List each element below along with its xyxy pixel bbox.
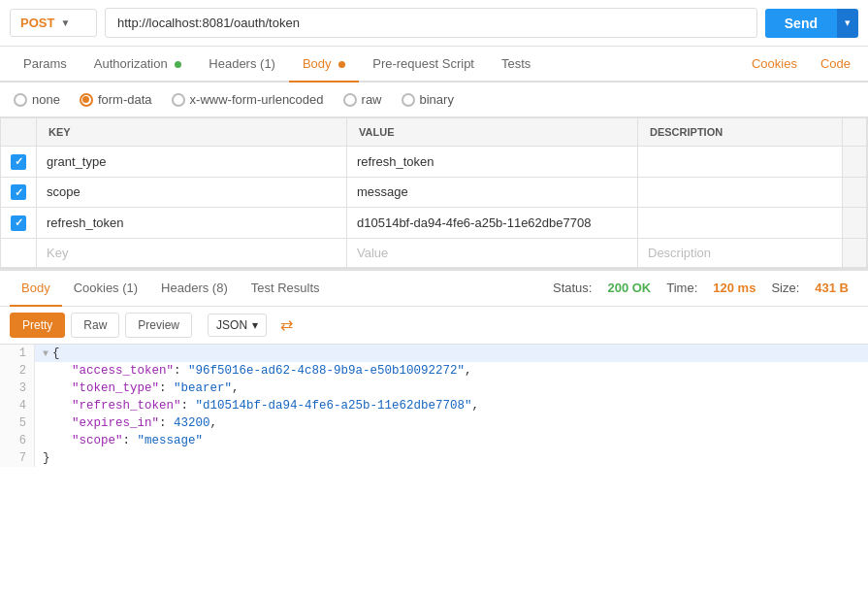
row4-key: Key — [37, 238, 347, 267]
line-num-3: 3 — [0, 380, 35, 397]
send-chevron-button[interactable]: ▾ — [837, 9, 858, 38]
tab-pre-request[interactable]: Pre-request Script — [359, 47, 488, 81]
code-line-1: 1 ▼{ — [0, 345, 868, 362]
row2-value: message — [347, 177, 638, 208]
row3-desc — [638, 208, 843, 239]
format-preview-button[interactable]: Preview — [125, 313, 192, 338]
row4-value: Value — [347, 238, 638, 267]
radio-none-circle — [14, 93, 27, 107]
tabs-right: Cookies Code — [744, 47, 858, 81]
row3-checkbox-cell[interactable] — [1, 208, 37, 239]
line-content-6: "scope": "message" — [35, 432, 868, 449]
radio-urlencoded[interactable]: x-www-form-urlencoded — [172, 92, 324, 107]
top-bar: POST ▼ Send ▾ — [0, 0, 868, 47]
radio-binary[interactable]: binary — [402, 92, 454, 107]
row2-checkbox[interactable] — [11, 184, 26, 200]
url-input[interactable] — [105, 8, 757, 38]
tab-cookies-link[interactable]: Cookies — [744, 47, 805, 81]
status-label: Status: — [553, 281, 592, 295]
th-description: DESCRIPTION — [638, 118, 843, 147]
radio-raw-circle — [343, 93, 357, 107]
resp-tab-headers[interactable]: Headers (8) — [149, 271, 240, 305]
params-table-wrapper: KEY VALUE DESCRIPTION grant_type refresh… — [0, 117, 868, 269]
row2-checkbox-cell[interactable] — [1, 177, 37, 208]
row3-value: d10514bf-da94-4fe6-a25b-11e62dbe7708 — [347, 208, 638, 239]
tab-body[interactable]: Body — [289, 47, 359, 83]
wrap-icon[interactable]: ⇄ — [280, 315, 293, 334]
radio-none[interactable]: none — [14, 92, 60, 107]
format-json-label: JSON — [216, 318, 247, 332]
tab-params[interactable]: Params — [10, 47, 80, 81]
row2-dot — [843, 177, 867, 208]
radio-binary-circle — [402, 93, 415, 107]
radio-urlencoded-circle — [172, 93, 185, 107]
row3-checkbox[interactable] — [11, 215, 26, 231]
method-label: POST — [20, 16, 54, 30]
time-label: Time: — [666, 281, 697, 295]
format-type-select[interactable]: JSON ▾ — [208, 314, 267, 337]
line-num-5: 5 — [0, 414, 35, 432]
status-value: 200 OK — [607, 281, 651, 295]
line-num-2: 2 — [0, 362, 35, 380]
code-line-4: 4 "refresh_token": "d10514bf-da94-4fe6-a… — [0, 397, 868, 414]
method-chevron: ▼ — [60, 17, 70, 28]
table-row-empty: Key Value Description — [1, 238, 867, 267]
format-raw-button[interactable]: Raw — [71, 313, 119, 338]
radio-raw[interactable]: raw — [343, 92, 382, 107]
tab-tests[interactable]: Tests — [488, 47, 544, 81]
row4-dot — [843, 238, 867, 267]
line-num-1: 1 — [0, 345, 35, 362]
row1-checkbox[interactable] — [11, 154, 26, 170]
send-button-group: Send ▾ — [765, 9, 858, 38]
format-chevron: ▾ — [252, 318, 258, 332]
row4-checkbox-cell — [1, 238, 37, 267]
authorization-dot — [175, 61, 181, 68]
body-dot — [338, 61, 345, 68]
method-select[interactable]: POST ▼ — [10, 9, 97, 37]
resp-tab-body[interactable]: Body — [10, 271, 62, 307]
code-line-7: 7 } — [0, 449, 868, 467]
th-key: KEY — [37, 118, 347, 147]
tab-code-link[interactable]: Code — [813, 47, 858, 81]
th-dot — [843, 118, 867, 147]
table-row: grant_type refresh_token — [1, 147, 867, 178]
format-pretty-button[interactable]: Pretty — [10, 313, 65, 338]
line-num-7: 7 — [0, 449, 35, 467]
line-content-5: "expires_in": 43200, — [35, 414, 868, 432]
tab-authorization[interactable]: Authorization — [80, 47, 196, 81]
code-line-5: 5 "expires_in": 43200, — [0, 414, 868, 432]
row2-key: scope — [37, 177, 347, 208]
code-line-3: 3 "token_type": "bearer", — [0, 380, 868, 397]
row1-dot — [843, 147, 867, 178]
line-content-1: ▼{ — [35, 345, 868, 362]
code-line-6: 6 "scope": "message" — [0, 432, 868, 449]
resp-tab-test-results[interactable]: Test Results — [240, 271, 332, 305]
response-bar: Body Cookies (1) Headers (8) Test Result… — [0, 269, 868, 307]
time-value: 120 ms — [713, 281, 755, 295]
table-row: scope message — [1, 177, 867, 208]
resp-tab-cookies[interactable]: Cookies (1) — [62, 271, 149, 305]
collapse-triangle[interactable]: ▼ — [43, 348, 48, 359]
row1-key: grant_type — [37, 147, 347, 178]
size-value: 431 B — [815, 281, 849, 295]
radio-form-data[interactable]: form-data — [80, 92, 152, 107]
tabs-bar: Params Authorization Headers (1) Body Pr… — [0, 47, 868, 83]
row1-desc — [638, 147, 843, 178]
line-content-2: "access_token": "96f5016e-ad62-4c88-9b9a… — [35, 362, 868, 380]
th-checkbox — [1, 118, 37, 147]
row3-dot — [843, 208, 867, 239]
row4-desc: Description — [638, 238, 843, 267]
row1-checkbox-cell[interactable] — [1, 147, 37, 178]
th-value: VALUE — [347, 118, 638, 147]
code-area: 1 ▼{ 2 "access_token": "96f5016e-ad62-4c… — [0, 345, 868, 467]
body-type-radio-bar: none form-data x-www-form-urlencoded raw… — [0, 83, 868, 117]
code-line-2: 2 "access_token": "96f5016e-ad62-4c88-9b… — [0, 362, 868, 380]
tab-headers[interactable]: Headers (1) — [195, 47, 289, 81]
line-content-7: } — [35, 449, 868, 467]
send-button[interactable]: Send — [765, 9, 837, 38]
table-row: refresh_token d10514bf-da94-4fe6-a25b-11… — [1, 208, 867, 239]
row3-key: refresh_token — [37, 208, 347, 239]
row1-value: refresh_token — [347, 147, 638, 178]
size-label: Size: — [771, 281, 799, 295]
format-bar: Pretty Raw Preview JSON ▾ ⇄ — [0, 307, 868, 345]
